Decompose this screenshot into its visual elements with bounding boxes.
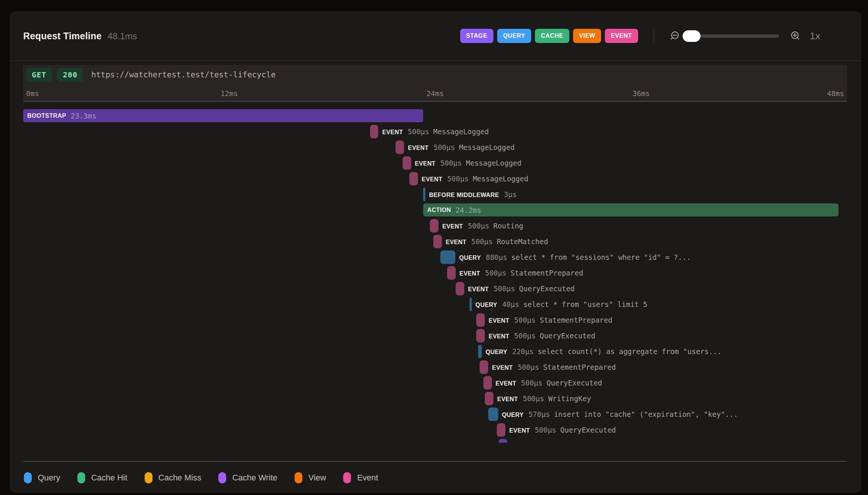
timeline-row: EVENT500µsRouteMatched bbox=[23, 235, 847, 248]
event-marker[interactable] bbox=[403, 156, 411, 170]
total-duration: 48.1ms bbox=[108, 31, 137, 41]
entry-text: EVENT500µsQueryExecuted bbox=[496, 376, 602, 390]
entry-duration: 3µs bbox=[504, 190, 517, 199]
event-marker[interactable] bbox=[430, 219, 438, 233]
entry-label: EVENT bbox=[382, 129, 403, 135]
page-title: Request Timeline bbox=[23, 31, 102, 41]
entry-duration: 500µs bbox=[493, 285, 515, 293]
timeline-row: ACTION24.2ms bbox=[23, 203, 847, 217]
entry-name: select * from "users" limit 5 bbox=[523, 300, 647, 308]
zoom-in-icon[interactable] bbox=[789, 30, 801, 41]
event-marker[interactable] bbox=[409, 172, 418, 185]
entry-label: EVENT bbox=[489, 317, 509, 324]
entry-duration: 500µs bbox=[447, 175, 468, 183]
entry-duration: 500µs bbox=[440, 159, 462, 167]
event-marker[interactable] bbox=[433, 235, 442, 248]
header-controls: STAGEQUERYCACHEVIEWEVENT 1x bbox=[460, 29, 820, 43]
timeline-row: EVENT500µsRouting bbox=[23, 219, 847, 233]
entry-text: QUERY570µsinsert into "cache" ("expirati… bbox=[502, 408, 738, 421]
legend-item-cache-write: Cache Write bbox=[218, 472, 277, 483]
bootstrap-marker[interactable]: BOOTSTRAP23.3ms bbox=[23, 109, 423, 122]
filter-button-event[interactable]: EVENT bbox=[605, 29, 638, 43]
event-marker[interactable] bbox=[485, 392, 493, 405]
card-header: Request Timeline 48.1ms STAGEQUERYCACHEV… bbox=[10, 11, 861, 61]
entry-duration: 500µs bbox=[434, 143, 455, 151]
timeline-row: BEFORE MIDDLEWARE3µs bbox=[23, 188, 847, 201]
filter-button-stage[interactable]: STAGE bbox=[460, 29, 493, 43]
request-strip: GET 200 https://watchertest.test/test-li… bbox=[23, 65, 847, 102]
entry-text: EVENT500µsMessageLogged bbox=[422, 172, 528, 185]
query-marker[interactable] bbox=[440, 250, 455, 264]
entry-label: EVENT bbox=[489, 333, 509, 339]
event-marker[interactable] bbox=[370, 125, 379, 138]
entry-duration: 500µs bbox=[518, 363, 539, 371]
entry-name: QueryExecuted bbox=[547, 379, 602, 387]
entry-text: EVENT500µsStatementPrepared bbox=[492, 360, 616, 374]
entry-label: BOOTSTRAP bbox=[27, 113, 66, 119]
zoom-slider-thumb[interactable] bbox=[683, 30, 701, 42]
event-marker[interactable] bbox=[456, 282, 464, 295]
legend-item-cache-hit: Cache Hit bbox=[77, 472, 127, 483]
event-marker[interactable] bbox=[497, 423, 505, 437]
entry-text: EVENT500µsMessageLogged bbox=[382, 125, 489, 138]
entry-duration: 500µs bbox=[523, 394, 544, 403]
event-marker[interactable] bbox=[480, 360, 488, 374]
zoom-out-icon[interactable] bbox=[669, 30, 680, 41]
entry-label: EVENT bbox=[446, 239, 466, 245]
entry-duration: 40µs bbox=[502, 300, 519, 308]
event-marker[interactable] bbox=[476, 313, 485, 327]
timeline-row: QUERY40µsselect * from "users" limit 5 bbox=[23, 298, 847, 311]
entry-label: QUERY bbox=[459, 255, 481, 261]
filter-button-query[interactable]: QUERY bbox=[497, 29, 531, 43]
timeline-row: QUERY570µsinsert into "cache" ("expirati… bbox=[23, 408, 847, 421]
entry-duration: 500µs bbox=[521, 379, 542, 387]
filter-button-view[interactable]: VIEW bbox=[573, 29, 601, 43]
timeline-row: EVENT500µsStatementPrepared bbox=[23, 360, 847, 374]
zoom-level-label: 1x bbox=[810, 30, 820, 42]
event-swatch bbox=[343, 472, 351, 483]
event-marker[interactable] bbox=[447, 266, 456, 280]
event-marker[interactable] bbox=[476, 329, 485, 342]
entry-label: EVENT bbox=[497, 396, 518, 402]
query-marker[interactable] bbox=[488, 408, 498, 421]
legend: QueryCache HitCache MissCache WriteViewE… bbox=[24, 467, 378, 488]
legend-label: Cache Miss bbox=[158, 473, 201, 483]
entry-text: EVENT500µsStatementPrepared bbox=[489, 313, 612, 327]
entry-name: MessageLogged bbox=[459, 143, 515, 151]
entry-duration: 500µs bbox=[514, 316, 536, 324]
entry-duration: 500µs bbox=[471, 237, 493, 246]
before-middleware-marker[interactable] bbox=[423, 188, 425, 201]
entry-duration: 500µs bbox=[485, 269, 506, 277]
entry-name: Routing bbox=[493, 222, 523, 230]
controls-divider bbox=[654, 29, 654, 43]
status-badge: 200 bbox=[57, 68, 83, 82]
timeline-row: QUERY880µsselect * from "sessions" where… bbox=[23, 250, 847, 264]
timeline-row: EVENT500µsStatementPrepared bbox=[23, 313, 847, 327]
entry-duration: 500µs bbox=[468, 222, 489, 230]
event-marker[interactable] bbox=[395, 141, 404, 154]
entry-text: EVENT500µsStatementPrepared bbox=[459, 266, 583, 280]
timeline-row: EVENT500µsQueryExecuted bbox=[23, 423, 847, 437]
event-marker[interactable] bbox=[483, 376, 492, 390]
timeline-row: EVENT500µsMessageLogged bbox=[23, 172, 847, 185]
filter-button-cache[interactable]: CACHE bbox=[535, 29, 569, 43]
axis-tick-0ms: 0ms bbox=[26, 89, 39, 98]
timeline-row bbox=[23, 439, 847, 443]
entry-label: EVENT bbox=[459, 270, 480, 277]
zoom-slider[interactable] bbox=[683, 30, 779, 42]
entry-label: BEFORE MIDDLEWARE bbox=[429, 192, 499, 198]
query-marker[interactable] bbox=[478, 345, 482, 358]
query-marker[interactable] bbox=[470, 298, 472, 311]
timeline-row: QUERY220µsselect count(*) as aggregate f… bbox=[23, 345, 847, 358]
entry-marker[interactable] bbox=[499, 439, 507, 443]
timeline-canvas: BOOTSTRAP23.3msEVENT500µsMessageLoggedEV… bbox=[23, 101, 847, 443]
action-marker[interactable]: ACTION24.2ms bbox=[423, 203, 838, 216]
legend-label: Event bbox=[357, 473, 378, 483]
timeline-row: EVENT500µsMessageLogged bbox=[23, 156, 847, 170]
entry-duration: 500µs bbox=[514, 332, 536, 340]
method-badge: GET bbox=[26, 68, 52, 82]
timeline-row: EVENT500µsQueryExecuted bbox=[23, 282, 847, 295]
entry-name: QueryExecuted bbox=[519, 285, 575, 293]
legend-label: Cache Hit bbox=[91, 473, 127, 483]
legend-item-event: Event bbox=[343, 472, 378, 483]
